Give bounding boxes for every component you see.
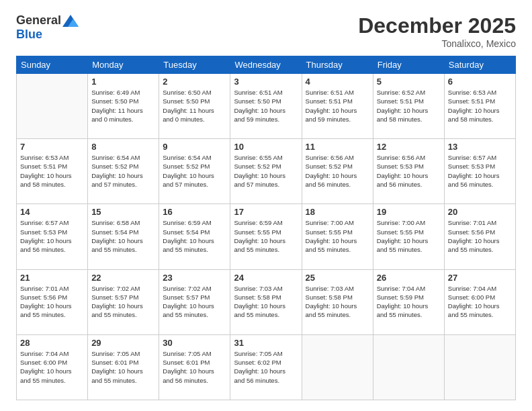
- day-info: Sunrise: 7:03 AMSunset: 5:58 PMDaylight:…: [306, 284, 369, 320]
- table-row: [444, 334, 515, 400]
- table-row: 16Sunrise: 6:59 AMSunset: 5:54 PMDayligh…: [159, 204, 230, 269]
- day-number: 13: [448, 142, 512, 152]
- table-row: 27Sunrise: 7:04 AMSunset: 6:00 PMDayligh…: [444, 269, 515, 334]
- day-info: Sunrise: 7:01 AMSunset: 5:56 PMDaylight:…: [448, 218, 512, 254]
- day-info: Sunrise: 6:51 AMSunset: 5:51 PMDaylight:…: [306, 88, 369, 124]
- day-number: 20: [448, 207, 512, 217]
- table-row: 23Sunrise: 7:02 AMSunset: 5:57 PMDayligh…: [159, 269, 230, 334]
- day-number: 4: [306, 77, 369, 87]
- day-info: Sunrise: 7:02 AMSunset: 5:57 PMDaylight:…: [91, 284, 155, 320]
- table-row: 29Sunrise: 7:05 AMSunset: 6:01 PMDayligh…: [88, 334, 159, 400]
- table-row: 14Sunrise: 6:57 AMSunset: 5:53 PMDayligh…: [17, 204, 88, 269]
- table-row: 22Sunrise: 7:02 AMSunset: 5:57 PMDayligh…: [88, 269, 159, 334]
- logo: General Blue: [16, 13, 79, 42]
- day-number: 7: [20, 142, 84, 152]
- table-row: 13Sunrise: 6:57 AMSunset: 5:53 PMDayligh…: [444, 139, 515, 204]
- col-monday: Monday: [88, 56, 159, 74]
- logo-general-text: General: [16, 13, 61, 28]
- table-row: [373, 334, 444, 400]
- day-number: 23: [163, 273, 226, 283]
- day-number: 5: [377, 77, 441, 87]
- month-title: December 2025: [358, 13, 516, 38]
- day-info: Sunrise: 6:58 AMSunset: 5:54 PMDaylight:…: [91, 218, 155, 254]
- day-info: Sunrise: 6:51 AMSunset: 5:50 PMDaylight:…: [234, 88, 298, 124]
- table-row: 7Sunrise: 6:53 AMSunset: 5:51 PMDaylight…: [17, 139, 88, 204]
- day-info: Sunrise: 7:05 AMSunset: 6:02 PMDaylight:…: [234, 349, 298, 385]
- day-info: Sunrise: 7:04 AMSunset: 6:00 PMDaylight:…: [20, 349, 84, 385]
- day-number: 26: [377, 273, 441, 283]
- logo-icon: [62, 15, 79, 27]
- calendar-table: Sunday Monday Tuesday Wednesday Thursday…: [16, 56, 516, 400]
- table-row: 20Sunrise: 7:01 AMSunset: 5:56 PMDayligh…: [444, 204, 515, 269]
- table-row: 17Sunrise: 6:59 AMSunset: 5:55 PMDayligh…: [230, 204, 302, 269]
- day-number: 28: [20, 338, 84, 348]
- calendar-week-row: 14Sunrise: 6:57 AMSunset: 5:53 PMDayligh…: [17, 204, 516, 269]
- day-info: Sunrise: 6:56 AMSunset: 5:52 PMDaylight:…: [306, 153, 369, 189]
- table-row: 25Sunrise: 7:03 AMSunset: 5:58 PMDayligh…: [302, 269, 373, 334]
- day-info: Sunrise: 7:05 AMSunset: 6:01 PMDaylight:…: [91, 349, 155, 385]
- table-row: [17, 74, 88, 139]
- table-row: 30Sunrise: 7:05 AMSunset: 6:01 PMDayligh…: [159, 334, 230, 400]
- day-number: 19: [377, 207, 441, 217]
- day-number: 18: [306, 207, 369, 217]
- day-number: 25: [306, 273, 369, 283]
- day-info: Sunrise: 7:02 AMSunset: 5:57 PMDaylight:…: [163, 284, 226, 320]
- day-number: 16: [163, 207, 226, 217]
- table-row: 3Sunrise: 6:51 AMSunset: 5:50 PMDaylight…: [230, 74, 302, 139]
- page: General Blue December 2025 Tonalixco, Me…: [0, 0, 532, 411]
- day-number: 27: [448, 273, 512, 283]
- day-info: Sunrise: 6:53 AMSunset: 5:51 PMDaylight:…: [448, 88, 512, 124]
- day-info: Sunrise: 7:04 AMSunset: 5:59 PMDaylight:…: [377, 284, 441, 320]
- day-info: Sunrise: 6:59 AMSunset: 5:55 PMDaylight:…: [234, 218, 298, 254]
- day-info: Sunrise: 6:56 AMSunset: 5:53 PMDaylight:…: [377, 153, 441, 189]
- day-number: 1: [91, 77, 155, 87]
- location-text: Tonalixco, Mexico: [358, 38, 516, 49]
- day-info: Sunrise: 7:01 AMSunset: 5:56 PMDaylight:…: [20, 284, 84, 320]
- day-info: Sunrise: 6:50 AMSunset: 5:50 PMDaylight:…: [163, 88, 226, 124]
- day-number: 31: [234, 338, 298, 348]
- day-info: Sunrise: 6:54 AMSunset: 5:52 PMDaylight:…: [163, 153, 226, 189]
- calendar-header-row: Sunday Monday Tuesday Wednesday Thursday…: [17, 56, 516, 74]
- header: General Blue December 2025 Tonalixco, Me…: [16, 13, 516, 49]
- day-number: 3: [234, 77, 298, 87]
- table-row: 31Sunrise: 7:05 AMSunset: 6:02 PMDayligh…: [230, 334, 302, 400]
- table-row: 11Sunrise: 6:56 AMSunset: 5:52 PMDayligh…: [302, 139, 373, 204]
- table-row: 9Sunrise: 6:54 AMSunset: 5:52 PMDaylight…: [159, 139, 230, 204]
- day-info: Sunrise: 7:05 AMSunset: 6:01 PMDaylight:…: [163, 349, 226, 385]
- calendar-week-row: 21Sunrise: 7:01 AMSunset: 5:56 PMDayligh…: [17, 269, 516, 334]
- logo-blue-text: Blue: [16, 28, 42, 42]
- col-saturday: Saturday: [444, 56, 515, 74]
- calendar-week-row: 1Sunrise: 6:49 AMSunset: 5:50 PMDaylight…: [17, 74, 516, 139]
- col-wednesday: Wednesday: [230, 56, 302, 74]
- day-info: Sunrise: 6:49 AMSunset: 5:50 PMDaylight:…: [91, 88, 155, 124]
- day-info: Sunrise: 7:00 AMSunset: 5:55 PMDaylight:…: [377, 218, 441, 254]
- day-number: 22: [91, 273, 155, 283]
- day-number: 14: [20, 207, 84, 217]
- table-row: 12Sunrise: 6:56 AMSunset: 5:53 PMDayligh…: [373, 139, 444, 204]
- day-number: 10: [234, 142, 298, 152]
- day-number: 2: [163, 77, 226, 87]
- table-row: 19Sunrise: 7:00 AMSunset: 5:55 PMDayligh…: [373, 204, 444, 269]
- day-info: Sunrise: 6:57 AMSunset: 5:53 PMDaylight:…: [20, 218, 84, 254]
- day-info: Sunrise: 6:57 AMSunset: 5:53 PMDaylight:…: [448, 153, 512, 189]
- day-number: 6: [448, 77, 512, 87]
- table-row: 10Sunrise: 6:55 AMSunset: 5:52 PMDayligh…: [230, 139, 302, 204]
- day-number: 15: [91, 207, 155, 217]
- table-row: [302, 334, 373, 400]
- day-number: 24: [234, 273, 298, 283]
- table-row: 18Sunrise: 7:00 AMSunset: 5:55 PMDayligh…: [302, 204, 373, 269]
- day-info: Sunrise: 7:03 AMSunset: 5:58 PMDaylight:…: [234, 284, 298, 320]
- table-row: 6Sunrise: 6:53 AMSunset: 5:51 PMDaylight…: [444, 74, 515, 139]
- table-row: 24Sunrise: 7:03 AMSunset: 5:58 PMDayligh…: [230, 269, 302, 334]
- day-info: Sunrise: 7:04 AMSunset: 6:00 PMDaylight:…: [448, 284, 512, 320]
- day-info: Sunrise: 6:52 AMSunset: 5:51 PMDaylight:…: [377, 88, 441, 124]
- table-row: 28Sunrise: 7:04 AMSunset: 6:00 PMDayligh…: [17, 334, 88, 400]
- day-info: Sunrise: 6:59 AMSunset: 5:54 PMDaylight:…: [163, 218, 226, 254]
- day-number: 17: [234, 207, 298, 217]
- day-number: 30: [163, 338, 226, 348]
- calendar-week-row: 7Sunrise: 6:53 AMSunset: 5:51 PMDaylight…: [17, 139, 516, 204]
- table-row: 15Sunrise: 6:58 AMSunset: 5:54 PMDayligh…: [88, 204, 159, 269]
- table-row: 5Sunrise: 6:52 AMSunset: 5:51 PMDaylight…: [373, 74, 444, 139]
- table-row: 2Sunrise: 6:50 AMSunset: 5:50 PMDaylight…: [159, 74, 230, 139]
- col-friday: Friday: [373, 56, 444, 74]
